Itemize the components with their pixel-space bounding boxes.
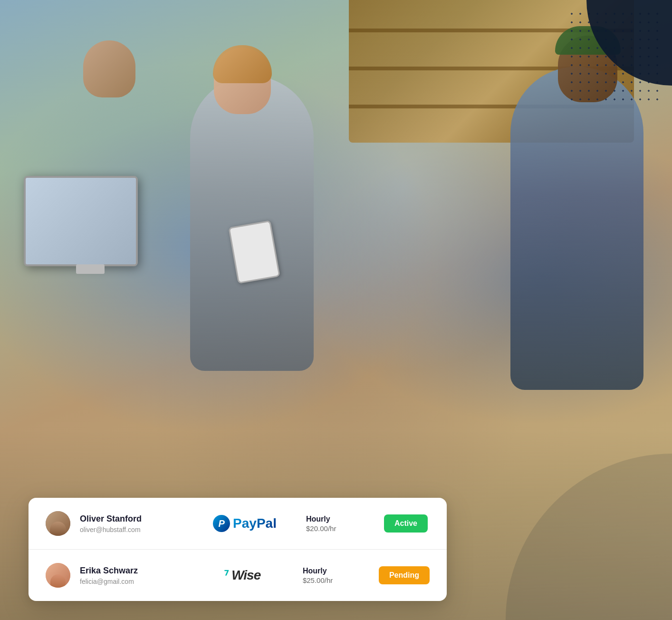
oliver-rate-type: Hourly	[306, 515, 373, 523]
paypal-p-symbol: P	[218, 519, 224, 528]
oliver-email: oliver@hubstaff.com	[80, 526, 183, 533]
paypal-logo-container: P PayPal	[193, 515, 297, 532]
erika-status-container: Pending	[379, 566, 430, 584]
avatar-erika	[46, 563, 70, 588]
monitor	[24, 176, 138, 266]
erika-email: felicia@gmail.com	[80, 578, 182, 585]
paypal-icon: P	[213, 515, 230, 532]
oliver-rate-amount: $20.00/hr	[306, 524, 373, 533]
avatar-oliver	[46, 511, 70, 536]
paypal-text: PayPal	[233, 516, 277, 531]
table-row: Oliver Stanford oliver@hubstaff.com P Pa…	[29, 498, 447, 550]
oliver-status-badge: Active	[384, 514, 428, 533]
hero-background: Oliver Stanford oliver@hubstaff.com P Pa…	[0, 0, 672, 620]
oliver-rate: Hourly $20.00/hr	[306, 515, 373, 533]
wise-arrow-symbol: ⁷	[224, 568, 229, 583]
oliver-status-container: Active	[382, 514, 430, 533]
erika-name: Erika Schwarz	[80, 565, 182, 576]
erika-rate-type: Hourly	[303, 567, 369, 575]
person-info-oliver: Oliver Stanford oliver@hubstaff.com	[80, 513, 183, 533]
erika-status-badge: Pending	[379, 566, 430, 584]
wise-logo: ⁷ Wise	[224, 568, 260, 583]
oliver-name: Oliver Stanford	[80, 513, 183, 524]
wise-logo-container: ⁷ Wise	[191, 568, 293, 583]
person-right-body	[510, 67, 643, 390]
person-info-erika: Erika Schwarz felicia@gmail.com	[80, 565, 182, 585]
erika-rate: Hourly $25.00/hr	[303, 567, 369, 584]
wise-text: Wise	[231, 568, 260, 583]
erika-rate-amount: $25.00/hr	[303, 576, 369, 584]
person-left-head	[83, 40, 135, 97]
payment-card: Oliver Stanford oliver@hubstaff.com P Pa…	[29, 498, 447, 601]
paypal-logo: P PayPal	[213, 515, 277, 532]
monitor-stand	[76, 264, 105, 274]
table-row: Erika Schwarz felicia@gmail.com ⁷ Wise H…	[29, 550, 447, 601]
